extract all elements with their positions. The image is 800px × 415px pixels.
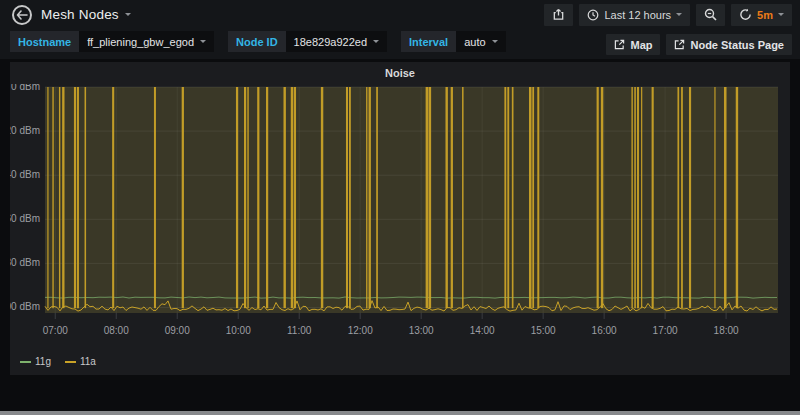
back-button[interactable] <box>12 5 32 25</box>
variable-nodeid-value-dropdown[interactable]: 18e829a922ed <box>286 31 387 52</box>
noise-panel: Noise 07:0008:0009:0010:0011:0012:0013:0… <box>10 62 790 375</box>
variable-hostname: Hostname ff_pliening_gbw_egod <box>10 31 214 52</box>
chevron-down-icon <box>373 40 379 43</box>
node-status-page-link-button[interactable]: Node Status Page <box>666 34 792 55</box>
map-link-label: Map <box>630 39 652 51</box>
time-picker-button[interactable]: Last 12 hours <box>579 4 690 26</box>
dashboard-submenu: Hostname ff_pliening_gbw_egod Node ID 18… <box>0 29 800 59</box>
legend-label-11g: 11g <box>35 356 51 367</box>
map-link-button[interactable]: Map <box>606 34 660 55</box>
panel-title[interactable]: Noise <box>10 62 790 84</box>
external-link-icon <box>614 39 625 50</box>
zoom-out-button[interactable] <box>696 4 725 26</box>
noise-graph[interactable]: 07:0008:0009:0010:0011:0012:0013:0014:00… <box>10 84 790 354</box>
svg-text:0 dBm: 0 dBm <box>11 84 40 92</box>
svg-text:10:00: 10:00 <box>226 325 251 336</box>
legend-swatch-11a <box>65 361 76 363</box>
legend-item-11a[interactable]: 11a <box>65 356 96 367</box>
chevron-down-icon <box>492 40 498 43</box>
refresh-button[interactable]: 5m <box>731 4 792 26</box>
svg-text:-80 dBm: -80 dBm <box>10 257 40 268</box>
svg-text:-100 dBm: -100 dBm <box>10 301 40 312</box>
svg-text:-60 dBm: -60 dBm <box>10 213 40 224</box>
chevron-down-icon <box>125 13 131 16</box>
grafana-app: Mesh Nodes Last 12 hours <box>0 0 800 415</box>
svg-text:13:00: 13:00 <box>409 325 434 336</box>
variable-nodeid-label: Node ID <box>228 31 286 52</box>
node-status-page-link-label: Node Status Page <box>690 39 784 51</box>
variable-hostname-value-dropdown[interactable]: ff_pliening_gbw_egod <box>79 31 214 52</box>
svg-text:12:00: 12:00 <box>348 325 373 336</box>
svg-text:16:00: 16:00 <box>592 325 617 336</box>
variable-interval-value: auto <box>464 36 485 48</box>
navbar-left: Mesh Nodes <box>8 5 131 25</box>
share-icon <box>552 8 565 21</box>
variable-interval-label: Interval <box>401 31 456 52</box>
horizontal-scrollbar[interactable] <box>0 411 800 415</box>
svg-text:18:00: 18:00 <box>714 325 739 336</box>
variable-nodeid-value: 18e829a922ed <box>294 36 367 48</box>
dashboard-title: Mesh Nodes <box>41 7 119 22</box>
dashboard-body: Noise 07:0008:0009:0010:0011:0012:0013:0… <box>0 59 800 411</box>
legend-label-11a: 11a <box>80 356 96 367</box>
time-range-label: Last 12 hours <box>604 9 671 21</box>
dashboard-links: Map Node Status Page <box>606 34 792 55</box>
chevron-down-icon <box>200 40 206 43</box>
svg-text:08:00: 08:00 <box>104 325 129 336</box>
variable-nodeid: Node ID 18e829a922ed <box>228 31 387 52</box>
clock-icon <box>587 9 599 21</box>
variable-hostname-label: Hostname <box>10 31 79 52</box>
magnifier-icon <box>704 8 717 21</box>
svg-text:07:00: 07:00 <box>43 325 68 336</box>
template-variables: Hostname ff_pliening_gbw_egod Node ID 18… <box>10 31 506 52</box>
arrow-left-icon <box>16 10 28 20</box>
legend-swatch-11g <box>20 361 31 363</box>
refresh-icon <box>739 8 752 21</box>
svg-text:17:00: 17:00 <box>653 325 678 336</box>
dashboard-title-dropdown[interactable]: Mesh Nodes <box>41 7 131 22</box>
top-navbar: Mesh Nodes Last 12 hours <box>0 0 800 29</box>
svg-text:-40 dBm: -40 dBm <box>10 169 40 180</box>
svg-text:09:00: 09:00 <box>165 325 190 336</box>
variable-interval-value-dropdown[interactable]: auto <box>456 31 505 52</box>
share-dashboard-button[interactable] <box>544 4 573 26</box>
chevron-down-icon <box>676 13 682 16</box>
svg-text:11:00: 11:00 <box>287 325 312 336</box>
svg-text:14:00: 14:00 <box>470 325 495 336</box>
svg-text:-20 dBm: -20 dBm <box>10 125 40 136</box>
external-link-icon <box>674 39 685 50</box>
svg-text:15:00: 15:00 <box>531 325 556 336</box>
variable-interval: Interval auto <box>401 31 506 52</box>
navbar-right: Last 12 hours 5m <box>544 4 792 26</box>
chevron-down-icon <box>778 13 784 16</box>
refresh-interval-label: 5m <box>757 9 773 21</box>
variable-hostname-value: ff_pliening_gbw_egod <box>87 36 194 48</box>
graph-legend: 11g 11a <box>10 356 790 367</box>
legend-item-11g[interactable]: 11g <box>20 356 51 367</box>
